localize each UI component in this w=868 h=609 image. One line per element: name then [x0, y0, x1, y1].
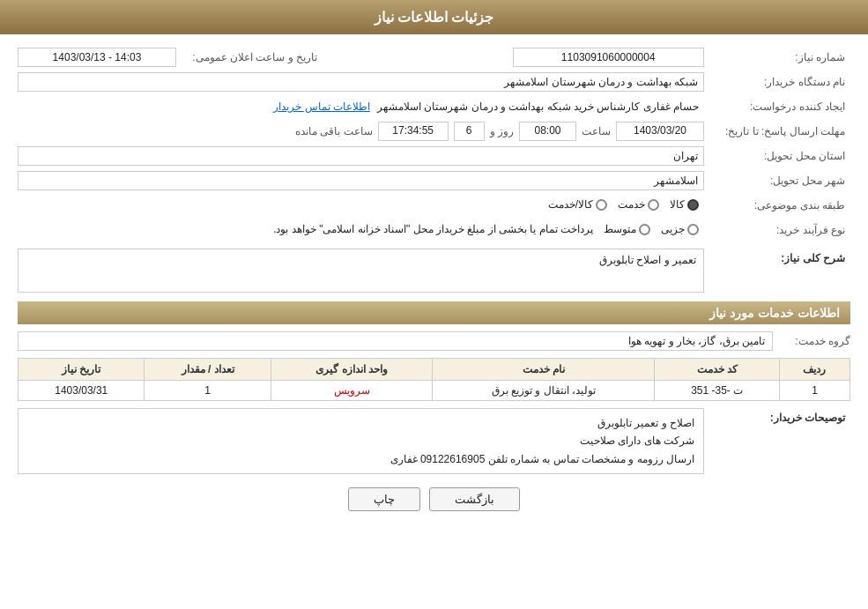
deadline-days: 6 [454, 122, 485, 141]
need-description-value: تعمیر و اصلاح تابلوبرق [18, 249, 704, 293]
category-label-khedmat: خدمت [618, 198, 645, 211]
need-number-label: شماره نیاز: [709, 48, 850, 67]
buttons-row: بازگشت چاپ [18, 487, 850, 529]
services-table-header: ردیف کد خدمت نام خدمت واحد اندازه گیری ت… [19, 359, 850, 381]
contact-link[interactable]: اطلاعات تماس خریدار [273, 100, 370, 113]
category-row: طبقه بندی موضوعی: کالا خدمت کالا/خدمت [18, 196, 850, 215]
province-row: استان محل تحویل: تهران [18, 146, 850, 166]
col-code: کد خدمت [655, 359, 780, 381]
col-name: نام خدمت [433, 359, 655, 381]
buyer-org-value: شبکه بهداشت و درمان شهرستان اسلامشهر [18, 72, 704, 92]
category-option-2: خدمت [618, 198, 659, 211]
category-radio-kala-khedmat [596, 199, 607, 211]
purchase-type-label: نوع فرآیند خرید: [709, 220, 850, 240]
col-quantity: تعداد / مقدار [145, 359, 271, 381]
buyer-desc-line-1: اصلاح و تعمیر تابلوبرق [27, 414, 694, 432]
creator-value: حسام غفاری کارشناس خرید شبکه بهداشت و در… [377, 100, 699, 113]
row-unit: سرویس [271, 381, 433, 401]
deadline-fields: 1403/03/20 ساعت 08:00 روز و 6 17:34:55 س… [18, 122, 704, 141]
deadline-days-label: روز و [490, 125, 514, 137]
need-number-value: 1103091060000004 [513, 48, 705, 67]
purchase-type-desc: پرداخت تمام یا بخشی از مبلغ خریداز محل "… [273, 223, 593, 235]
purchase-option-motevaset: متوسط [604, 223, 650, 235]
row-quantity: 1 [145, 381, 271, 401]
col-index: ردیف [779, 359, 849, 381]
deadline-time-label: ساعت [582, 125, 611, 137]
city-value: اسلامشهر [18, 171, 704, 190]
row-name: تولید، انتقال و توزیع برق [433, 381, 655, 401]
category-radio-group: کالا خدمت کالا/خدمت [23, 198, 699, 211]
city-row: شهر محل تحویل: اسلامشهر [18, 171, 850, 190]
category-label-kala: کالا [670, 198, 685, 211]
category-option-1: کالا [670, 198, 699, 211]
need-description-label: شرح کلی نیاز: [709, 249, 850, 268]
need-description-section: شرح کلی نیاز: تعمیر و اصلاح تابلوبرق [18, 249, 850, 293]
need-description-row: شرح کلی نیاز: تعمیر و اصلاح تابلوبرق [18, 249, 850, 293]
col-unit: واحد اندازه گیری [271, 359, 433, 381]
row-index: 1 [779, 381, 849, 401]
buyer-desc-line-3: ارسال رزومه و مشخصات تماس به شماره تلفن … [27, 450, 694, 468]
category-options: کالا خدمت کالا/خدمت [18, 196, 704, 215]
announcement-date-value: 1403/03/13 - 14:03 [18, 48, 176, 67]
deadline-date: 1403/03/20 [616, 122, 704, 141]
radio-jozi [687, 224, 699, 235]
buyer-org-row: نام دستگاه خریدار: شبکه بهداشت و درمان ش… [18, 72, 850, 92]
deadline-row: مهلت ارسال پاسخ: تا تاریخ: 1403/03/20 سا… [18, 122, 850, 141]
buyer-desc-value: اصلاح و تعمیر تابلوبرق شرکت های دارای صل… [18, 408, 704, 474]
label-motevaset: متوسط [604, 223, 636, 235]
purchase-type-options: جزیی متوسط پرداخت تمام یا بخشی از مبلغ خ… [23, 223, 699, 235]
need-number-row: شماره نیاز: 1103091060000004 تاریخ و ساع… [18, 48, 850, 67]
group-row: گروه خدمت: تامین برق، گاز، بخار و تهویه … [18, 331, 850, 351]
back-button[interactable]: بازگشت [429, 487, 520, 511]
creator-label: ایجاد کننده درخواست: [709, 97, 850, 116]
purchase-option-jozi: جزیی [661, 223, 699, 235]
table-row: 1 ت -35- 351 تولید، انتقال و توزیع برق س… [19, 381, 850, 401]
services-section-title: اطلاعات خدمات مورد نیاز [18, 301, 850, 324]
purchase-type-row: نوع فرآیند خرید: جزیی متوسط پرداخت تمام … [18, 220, 850, 240]
province-value: تهران [18, 146, 704, 166]
radio-motevaset [639, 224, 650, 235]
label-jozi: جزیی [661, 223, 685, 235]
deadline-time: 08:00 [519, 122, 576, 141]
buyer-desc-line-2: شرکت های دارای صلاحیت [27, 432, 694, 449]
page-container: جزئیات اطلاعات نیاز شماره نیاز: 11030910… [0, 0, 868, 609]
group-label: گروه خدمت: [780, 335, 850, 347]
remaining-time: 17:34:55 [378, 122, 449, 141]
city-label: شهر محل تحویل: [709, 171, 850, 190]
content-area: شماره نیاز: 1103091060000004 تاریخ و ساع… [0, 34, 868, 542]
buyer-org-label: نام دستگاه خریدار: [709, 72, 850, 92]
page-header: جزئیات اطلاعات نیاز [0, 0, 868, 34]
province-label: استان محل تحویل: [709, 146, 850, 166]
print-button[interactable]: چاپ [348, 487, 420, 511]
purchase-type-cell: جزیی متوسط پرداخت تمام یا بخشی از مبلغ خ… [18, 220, 704, 240]
category-label-kala-khedmat: کالا/خدمت [548, 198, 593, 211]
creator-cell: حسام غفاری کارشناس خرید شبکه بهداشت و در… [18, 97, 704, 116]
buyer-desc-label: توصیحات خریدار: [709, 408, 850, 427]
creator-row: ایجاد کننده درخواست: حسام غفاری کارشناس … [18, 97, 850, 116]
category-label: طبقه بندی موضوعی: [709, 196, 850, 215]
deadline-label: مهلت ارسال پاسخ: تا تاریخ: [709, 122, 850, 141]
row-date: 1403/03/31 [19, 381, 145, 401]
group-value: تامین برق، گاز، بخار و تهویه هوا [18, 331, 773, 351]
announcement-date-label: تاریخ و ساعت اعلان عمومی: [182, 48, 323, 67]
category-radio-kala [687, 199, 699, 211]
remaining-label: ساعت باقی مانده [295, 125, 373, 137]
row-code: ت -35- 351 [655, 381, 780, 401]
category-radio-khedmat [648, 199, 659, 211]
col-date: تاریخ نیاز [19, 359, 145, 381]
services-table: ردیف کد خدمت نام خدمت واحد اندازه گیری ت… [18, 358, 850, 401]
category-option-3: کالا/خدمت [548, 198, 607, 211]
page-title: جزئیات اطلاعات نیاز [375, 10, 494, 25]
buyer-description-row: توصیحات خریدار: اصلاح و تعمیر تابلوبرق ش… [18, 408, 850, 474]
